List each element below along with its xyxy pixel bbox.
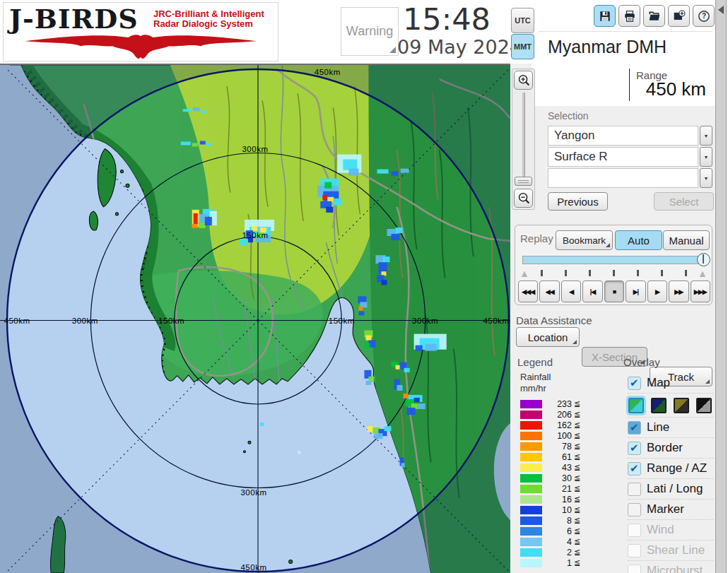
station-title: Myanmar DMH: [548, 37, 667, 57]
option-dropdown-arrow[interactable]: ▼: [700, 168, 712, 188]
radar-map-area[interactable]: 450km300km150km450km300km150km150km300km…: [0, 64, 510, 573]
map-style-swatch-1[interactable]: [628, 398, 644, 413]
collapse-panel-icon[interactable]: [718, 6, 724, 14]
replay-slider-handle[interactable]: [697, 253, 710, 266]
map-style-swatch-2[interactable]: [651, 398, 667, 413]
legend-suffix: ≦: [574, 473, 580, 483]
overlay-item-label: Range / AZ: [647, 461, 707, 475]
legend-suffix: ≦: [574, 399, 580, 408]
location-button[interactable]: Location: [516, 327, 580, 347]
print-button[interactable]: [618, 5, 640, 27]
overlay-item-shear-line[interactable]: Shear Line: [628, 540, 714, 561]
auto-button[interactable]: Auto: [615, 230, 662, 250]
open-button[interactable]: [643, 5, 665, 27]
replay-slider[interactable]: [522, 256, 705, 264]
site-dropdown[interactable]: Yangon: [548, 126, 698, 146]
save-button[interactable]: [594, 5, 616, 27]
overlay-item-label: Line: [647, 420, 669, 435]
slider-start-marker[interactable]: ▲: [519, 268, 529, 279]
legend-entry: 43≦: [520, 462, 605, 473]
product-dropdown-arrow[interactable]: ▼: [700, 147, 712, 167]
slider-tick: [613, 270, 615, 276]
slider-end-marker[interactable]: ▲: [698, 268, 708, 279]
skip-backward-button[interactable]: ◀◀◀: [518, 280, 538, 302]
app-logo: J-BIRDS JRC-Brilliant & Intelligent Rada…: [3, 2, 278, 61]
fast-forward-button[interactable]: ▶▶: [669, 280, 688, 302]
overlay-item-border[interactable]: Border: [628, 438, 714, 459]
checkbox[interactable]: [628, 503, 641, 516]
checkbox[interactable]: [628, 524, 641, 537]
panel-splitter[interactable]: [715, 0, 727, 573]
overlay-item-lati-long[interactable]: Lati / Long: [628, 479, 714, 500]
legend-swatch: [520, 548, 542, 557]
overlay-item-label: Marker: [647, 502, 684, 516]
replay-label: Replay: [520, 232, 553, 244]
legend-entry: 16≦: [520, 494, 605, 504]
step-backward-button[interactable]: |◀: [582, 280, 602, 302]
product-dropdown[interactable]: Surface R: [548, 147, 698, 167]
legend-swatch: [520, 442, 542, 451]
map-style-swatch-4[interactable]: [696, 398, 712, 413]
play-reverse-button[interactable]: ◀: [561, 280, 581, 302]
mmt-button[interactable]: MMT: [511, 34, 534, 59]
overlay-item-map[interactable]: Map: [628, 373, 714, 394]
help-button[interactable]: ?: [693, 5, 715, 27]
utc-button[interactable]: UTC: [511, 8, 534, 33]
legend-suffix: ≦: [574, 495, 580, 504]
legend-value: 1: [546, 558, 572, 568]
legend-swatch: [520, 463, 542, 472]
stop-button[interactable]: ■: [604, 280, 624, 302]
legend-swatch: [520, 559, 542, 567]
skip-forward-button[interactable]: ▶▶▶: [691, 280, 710, 302]
legend-value: 16: [546, 495, 572, 504]
previous-button[interactable]: Previous: [548, 192, 608, 211]
overlay-item-wind[interactable]: Wind: [628, 520, 714, 540]
checkbox[interactable]: [628, 462, 641, 475]
legend-value: 4: [546, 537, 572, 547]
svg-text:?: ?: [701, 12, 705, 20]
warning-button[interactable]: Warning: [341, 7, 399, 56]
legend-suffix: ≦: [574, 526, 580, 536]
legend-entry: 8≦: [520, 515, 605, 526]
checkbox[interactable]: [628, 544, 641, 557]
legend-entry: 10≦: [520, 504, 605, 515]
manual-button[interactable]: Manual: [663, 230, 710, 250]
map-style-swatch-3[interactable]: [674, 398, 689, 413]
checkbox[interactable]: [628, 421, 641, 435]
zoom-out-button[interactable]: [514, 189, 533, 208]
site-dropdown-arrow[interactable]: ▼: [700, 126, 712, 146]
overlay-item-microburst[interactable]: Microburst: [628, 561, 714, 573]
select-button[interactable]: Select: [654, 192, 714, 211]
clock-time: 15:48: [403, 1, 491, 37]
legend-swatch: [520, 432, 542, 440]
svg-text:450km: 450km: [4, 317, 30, 325]
overlay-item-range-az[interactable]: Range / AZ: [628, 459, 714, 479]
slider-tick: [541, 270, 543, 276]
checkbox[interactable]: [628, 565, 641, 573]
add-image-button[interactable]: [668, 5, 690, 27]
svg-text:150km: 150km: [242, 231, 268, 240]
checkbox[interactable]: [628, 377, 641, 390]
checkbox[interactable]: [628, 442, 641, 455]
legend-entry: 2≦: [520, 547, 605, 557]
zoom-slider-handle[interactable]: [515, 177, 532, 186]
selection-label: Selection: [548, 110, 589, 122]
overlay-item-marker[interactable]: Marker: [628, 500, 714, 520]
overlay-label: Overlay: [623, 356, 660, 368]
bookmark-button[interactable]: Bookmark: [556, 230, 613, 250]
svg-text:300km: 300km: [412, 317, 438, 325]
replay-slider-fill: [523, 256, 704, 264]
play-button[interactable]: ▶: [647, 280, 667, 302]
step-forward-button[interactable]: ▶|: [626, 280, 645, 302]
legend-value: 100: [546, 431, 572, 441]
zoom-slider-track[interactable]: [522, 93, 525, 186]
legend-swatch: [520, 410, 542, 419]
option-dropdown[interactable]: [548, 168, 698, 188]
fast-rewind-button[interactable]: ◀◀: [539, 280, 559, 302]
zoom-in-button[interactable]: [514, 71, 533, 90]
radar-map[interactable]: 450km300km150km450km300km150km150km300km…: [0, 65, 510, 573]
header: J-BIRDS JRC-Brilliant & Intelligent Rada…: [0, 0, 728, 64]
checkbox[interactable]: [628, 483, 641, 496]
slider-tick: [589, 270, 591, 276]
overlay-item-line[interactable]: Line: [628, 418, 714, 438]
